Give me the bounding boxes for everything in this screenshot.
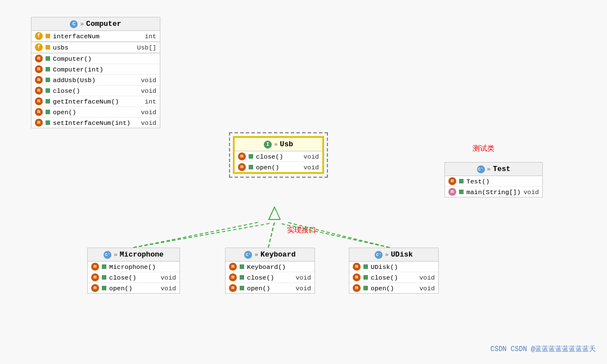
usb-body: m close() void m open() void — [235, 151, 322, 172]
computer-method-setnum: m setInterfaceNum(int) void — [32, 118, 160, 128]
usb-m-icon1: m — [238, 152, 246, 160]
ud-method-ctor: m UDisk() — [349, 262, 438, 272]
test-m-icon1: m — [448, 177, 456, 185]
mic-m-icon3: m — [91, 284, 99, 292]
svg-line-5 — [268, 222, 275, 248]
test-title: Test — [493, 165, 510, 173]
diagram-container: C » Computer f interfaceNum int f usbs U… — [0, 0, 607, 364]
test-body: m Test() m main(String[]) void — [445, 176, 542, 197]
computer-method-open: m open() void — [32, 107, 160, 118]
computer-field-usbs: f usbs Usb[] — [32, 42, 160, 53]
testing-class-label: 测试类 — [473, 143, 494, 154]
computer-method-getnum: m getInterfaceNum() int — [32, 96, 160, 107]
test-badge: C' — [477, 165, 485, 173]
keyboard-class: C' » Keyboard m Keyboard() m close() voi… — [225, 248, 315, 294]
test-method-ctor: m Test() — [445, 176, 542, 187]
field-f-icon: f — [35, 32, 43, 40]
usb-badge: I — [264, 141, 272, 149]
usb-m-icon2: m — [238, 163, 246, 171]
computer-field-interfacenum: f interfaceNum int — [32, 31, 160, 42]
keyboard-header: C' » Keyboard — [226, 248, 314, 262]
computer-header: C » Computer — [32, 17, 160, 31]
computer-badge: C — [70, 20, 78, 28]
mic-method-close: m close() void — [88, 272, 179, 283]
method-m-icon3: m — [35, 76, 43, 84]
ud-m-icon2: m — [353, 273, 361, 281]
kb-method-open: m open() void — [226, 283, 314, 293]
field-f-icon2: f — [35, 43, 43, 51]
svg-line-0 — [133, 223, 270, 248]
method-m-icon7: m — [35, 119, 43, 127]
method-m-icon4: m — [35, 87, 43, 95]
mic-method-ctor: m Microphone() — [88, 262, 179, 272]
udisk-title: UDisk — [391, 250, 413, 259]
kb-method-close: m close() void — [226, 272, 314, 283]
usb-method-close: m close() void — [235, 151, 322, 162]
method-m-icon5: m — [35, 97, 43, 105]
svg-line-1 — [268, 223, 274, 248]
kb-m-icon3: m — [229, 284, 237, 292]
ud-method-close: m close() void — [349, 272, 438, 283]
microphone-title: Microphone — [120, 250, 164, 259]
computer-method-close: m close() void — [32, 86, 160, 96]
svg-marker-7 — [269, 207, 280, 219]
test-class: C' » Test m Test() m main(String[]) void — [444, 162, 543, 197]
watermark: CSDN CSDN @蓝蓝蓝蓝蓝蓝蓝蓝天 — [491, 344, 596, 354]
microphone-class: C' » Microphone m Microphone() m close()… — [87, 248, 180, 294]
ud-m-icon1: m — [353, 263, 361, 271]
svg-line-4 — [133, 222, 259, 248]
ud-method-open: m open() void — [349, 283, 438, 293]
usb-class: I » Usb m close() void m open() void — [233, 137, 323, 173]
method-m-icon2: m — [35, 65, 43, 73]
computer-class: C » Computer f interfaceNum int f usbs U… — [31, 17, 160, 128]
ud-m-icon3: m — [353, 284, 361, 292]
microphone-badge: C' — [104, 251, 111, 259]
kb-m-icon1: m — [229, 263, 237, 271]
udisk-header: C' » UDisk — [349, 248, 438, 262]
computer-method-ctor2: m Computer(int) — [32, 64, 160, 75]
computer-title: Computer — [86, 20, 121, 28]
usb-header: I » Usb — [235, 138, 322, 151]
svg-marker-3 — [269, 208, 279, 219]
mic-m-icon2: m — [91, 273, 99, 281]
method-m-icon: m — [35, 55, 43, 62]
implements-label: 实现接口 — [287, 225, 316, 235]
mic-m-icon1: m — [91, 263, 99, 271]
mic-method-open: m open() void — [88, 283, 179, 293]
microphone-body: m Microphone() m close() void m open() v… — [88, 262, 179, 293]
test-header: C' » Test — [445, 163, 542, 176]
usb-title: Usb — [280, 140, 293, 149]
keyboard-title: Keyboard — [260, 250, 295, 259]
computer-method-ctor1: m Computer() — [32, 53, 160, 64]
test-m-icon2: m — [448, 188, 456, 196]
computer-body: f interfaceNum int f usbs Usb[] m Comput… — [32, 31, 160, 128]
microphone-header: C' » Microphone — [88, 248, 179, 262]
method-m-icon6: m — [35, 108, 43, 116]
keyboard-body: m Keyboard() m close() void m open() voi… — [226, 262, 314, 293]
kb-method-ctor: m Keyboard() — [226, 262, 314, 272]
udisk-body: m UDisk() m close() void m open() void — [349, 262, 438, 293]
keyboard-badge: C' — [244, 251, 252, 259]
usb-method-open: m open() void — [235, 162, 322, 172]
watermark-text: CSDN @蓝蓝蓝蓝蓝蓝蓝蓝天 — [511, 345, 596, 353]
test-method-main: m main(String[]) void — [445, 187, 542, 197]
udisk-class: C' » UDisk m UDisk() m close() void m op… — [349, 248, 439, 294]
kb-m-icon2: m — [229, 273, 237, 281]
udisk-badge: C' — [375, 251, 383, 259]
computer-method-addusb: m addUsb(Usb) void — [32, 75, 160, 86]
